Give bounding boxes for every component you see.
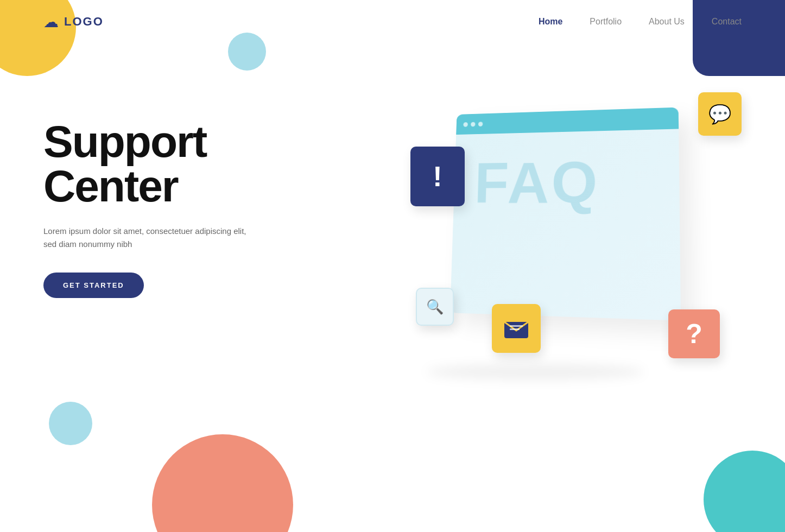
envelope-icon (502, 314, 530, 343)
nav-item-portfolio[interactable]: Portfolio (590, 17, 622, 27)
browser-dot-2 (471, 122, 476, 126)
search-icon: 🔍 (426, 299, 444, 315)
browser-header (456, 107, 679, 135)
decorative-circle-salmon-bottom (152, 434, 293, 532)
cloud-icon: ☁ (43, 13, 59, 31)
browser-dot-1 (463, 122, 467, 127)
hero-title: Support Center (43, 119, 293, 208)
logo: ☁ LOGO (43, 13, 104, 31)
nav-item-contact[interactable]: Contact (712, 17, 742, 27)
question-icon: ? (686, 318, 702, 350)
browser-shadow (427, 364, 644, 380)
faq-illustration: FAQ ! 💬 🔍 ? (383, 76, 752, 423)
decorative-circle-blue-bottom-left (49, 402, 92, 445)
faq-browser-window: FAQ (450, 107, 681, 321)
chat-card: 💬 (698, 92, 742, 136)
chat-icon: 💬 (708, 103, 731, 125)
nav-item-home[interactable]: Home (539, 17, 562, 27)
browser-dot-3 (478, 122, 483, 126)
hero-description: Lorem ipsum dolor sit amet, consectetuer… (43, 225, 250, 251)
exclamation-card: ! (410, 147, 465, 206)
nav-item-about[interactable]: About Us (649, 17, 685, 27)
get-started-button[interactable]: GET STARTED (43, 273, 144, 298)
header: ☁ LOGO Home Portfolio About Us Contact (0, 0, 785, 43)
mail-card (492, 304, 541, 353)
svg-rect-2 (510, 328, 520, 330)
logo-text: LOGO (64, 15, 104, 29)
question-card: ? (668, 309, 720, 358)
faq-label: FAQ (473, 152, 599, 212)
decorative-circle-teal-bottom-right (704, 451, 785, 532)
svg-rect-1 (510, 325, 523, 327)
exclamation-icon: ! (433, 160, 442, 193)
hero-content: Support Center Lorem ipsum dolor sit ame… (43, 119, 293, 298)
search-card: 🔍 (416, 288, 454, 326)
navigation: Home Portfolio About Us Contact (539, 17, 742, 27)
